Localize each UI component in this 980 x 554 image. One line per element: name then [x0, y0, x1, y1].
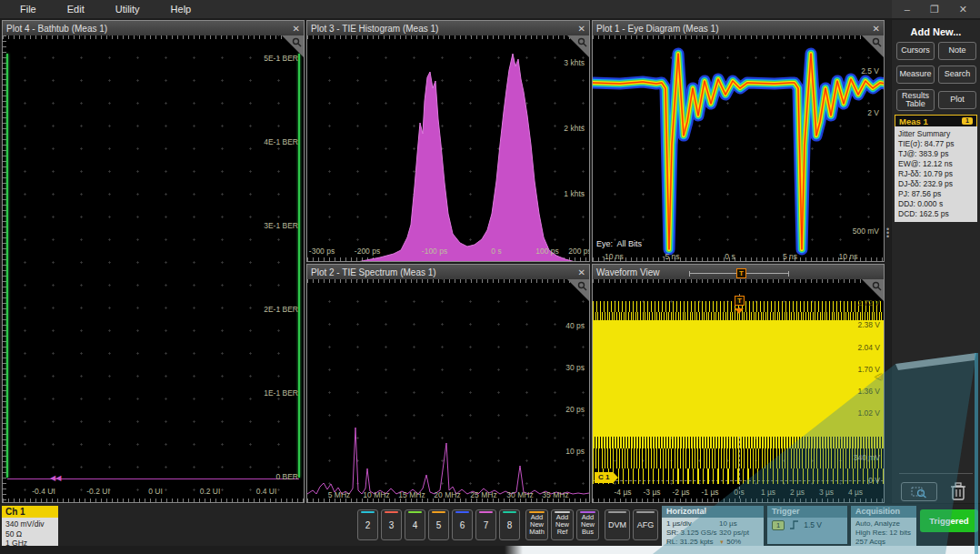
- bathtub-ylabel: 2E-1 BER: [264, 305, 298, 314]
- spectrum-title: Plot 2 - TIE Spectrum (Meas 1): [311, 267, 436, 277]
- ch1-scale: 340 mV/div: [5, 519, 55, 529]
- search-button[interactable]: Search: [938, 65, 976, 84]
- waveform-plot[interactable]: T ◀ 2.72 V 2.38 V 2.04 V 1.70 V 1.36 V 1…: [593, 279, 884, 502]
- trigger-source-badge: 1: [772, 520, 785, 530]
- trash-button[interactable]: [948, 480, 968, 506]
- meas1-count-badge: 1: [962, 117, 973, 125]
- trigger-panel[interactable]: Trigger 1 1.5 V: [767, 506, 847, 544]
- measure-button[interactable]: Measure: [896, 65, 935, 84]
- histogram-title-bar[interactable]: Plot 3 - TIE Histogram (Meas 1) ✕: [307, 21, 589, 35]
- close-icon[interactable]: ✕: [959, 4, 967, 15]
- math-color-stripe: [529, 511, 545, 513]
- bus-color-stripe: [580, 511, 595, 513]
- waveform-xlabel: -2 µs: [672, 488, 689, 497]
- histogram-close-icon[interactable]: ✕: [578, 25, 585, 34]
- ch4-button[interactable]: 4: [405, 509, 425, 540]
- ch2-button[interactable]: 2: [357, 509, 378, 540]
- spectrum-plot[interactable]: 40 ps 30 ps 20 ps 10 ps 5 MHz 10 MHz 15 …: [307, 279, 589, 502]
- bathtub-ylabel: 4E-1 BER: [264, 137, 298, 146]
- ch4-color-stripe: [408, 511, 422, 513]
- add-new-bus-button[interactable]: Add New Bus: [576, 509, 599, 540]
- trigger-flag[interactable]: T: [735, 296, 745, 306]
- ch3-button[interactable]: 3: [381, 509, 402, 540]
- add-new-ref-button[interactable]: Add New Ref: [551, 509, 574, 540]
- eye-close-icon[interactable]: ✕: [873, 25, 880, 34]
- ch8-label: 8: [507, 520, 513, 530]
- ch5-color-stripe: [432, 511, 445, 513]
- waveform-nav-bracket[interactable]: T: [689, 271, 789, 277]
- meas1-badge[interactable]: Meas 1 1 Jitter Summary TIE(σ): 84.77 ps…: [895, 115, 977, 222]
- histogram-ylabel: 3 khts: [564, 58, 585, 67]
- panel-resize-handle[interactable]: •••: [885, 20, 891, 503]
- waveform-body: [593, 320, 884, 437]
- horizontal-position-value: 50%: [726, 538, 741, 546]
- meas1-line: Jitter Summary: [898, 129, 974, 139]
- minimize-icon[interactable]: –: [905, 4, 910, 15]
- spectrum-xlabel: 30 MHz: [506, 490, 533, 499]
- plot-button[interactable]: Plot: [938, 91, 976, 109]
- menu-file[interactable]: File: [20, 4, 36, 15]
- magnifier-icon: [292, 37, 302, 47]
- ch5-button[interactable]: 5: [428, 509, 449, 540]
- ch2-color-stripe: [361, 511, 375, 513]
- menu-edit[interactable]: Edit: [67, 4, 85, 15]
- eye-ylabel: 2 V: [867, 108, 879, 117]
- bathtub-xlabel: -0.2 UI: [86, 487, 110, 496]
- bathtub-right-curve: [298, 54, 300, 478]
- acquisition-resolution: High Res: 12 bits: [855, 529, 912, 538]
- ch7-button[interactable]: 7: [475, 509, 496, 540]
- trash-icon: [948, 480, 968, 502]
- note-button[interactable]: Note: [938, 42, 976, 60]
- bathtub-xlabel: 0 UI: [148, 487, 163, 496]
- afg-button[interactable]: AFG: [633, 509, 658, 540]
- zoom-box-icon: [911, 486, 927, 499]
- spectrum-title-bar[interactable]: Plot 2 - TIE Spectrum (Meas 1) ✕: [307, 265, 589, 279]
- ch8-color-stripe: [503, 511, 516, 513]
- waveform-spikes-bottom2: [593, 448, 884, 468]
- horizontal-panel[interactable]: Horizontal 1 µs/div10 µs SR: 3.125 GS/s3…: [662, 506, 764, 549]
- spectrum-close-icon[interactable]: ✕: [578, 268, 585, 277]
- ch2-label: 2: [365, 520, 371, 530]
- results-table-button[interactable]: Results Table: [896, 89, 935, 111]
- menu-help[interactable]: Help: [171, 4, 192, 15]
- bathtub-close-icon[interactable]: ✕: [293, 25, 300, 34]
- ch6-button[interactable]: 6: [452, 509, 473, 540]
- spectrum-ylabel: 30 ps: [565, 363, 585, 372]
- zoom-mode-button[interactable]: [901, 482, 937, 501]
- trigger-nav-marker[interactable]: T: [736, 268, 746, 278]
- add-new-math-button[interactable]: Add New Math: [525, 509, 548, 540]
- menu-utility[interactable]: Utility: [115, 4, 140, 15]
- add-new-heading: Add New...: [892, 20, 980, 37]
- spectrum-xlabel: 5 MHz: [328, 490, 351, 499]
- bathtub-title-bar[interactable]: Plot 4 - Bathtub (Meas 1) ✕: [3, 21, 304, 35]
- rising-edge-icon: [789, 520, 799, 529]
- eye-ylabel: 2.5 V: [861, 66, 879, 76]
- restore-icon[interactable]: ❐: [930, 4, 939, 15]
- ch8-button[interactable]: 8: [499, 509, 520, 540]
- dvm-stripe: [608, 511, 626, 513]
- waveform-xlabel: -3 µs: [643, 488, 660, 497]
- horizontal-settings: 1 µs/div10 µs SR: 3.125 GS/s320 ps/pt RL…: [662, 518, 764, 549]
- dvm-button[interactable]: DVM: [605, 509, 630, 540]
- histogram-plot[interactable]: 3 khts 2 khts 1 khts -300 ps -200 ps -10…: [307, 35, 589, 261]
- cursors-button[interactable]: Cursors: [896, 42, 935, 60]
- eye-plot[interactable]: 2.5 V 2 V 500 mV Eye: All Bits Offset: 1…: [593, 35, 884, 261]
- acquisition-panel[interactable]: Acquisition Auto, Analyze High Res: 12 b…: [851, 506, 916, 549]
- histogram-xlabel: 100 ps: [535, 247, 559, 256]
- bathtub-ticks-bottom: [3, 499, 304, 502]
- waveform-title-bar[interactable]: Waveform View T: [593, 265, 884, 279]
- magnifier-icon: [872, 37, 882, 47]
- ch1-badge[interactable]: Ch 1 340 mV/div 50 Ω 1 GHz: [2, 506, 58, 550]
- waveform-spikes-bottom1: [593, 437, 884, 448]
- spectrum-xlabel: 20 MHz: [434, 490, 460, 499]
- waveform-ylabel: 340 mV: [854, 453, 880, 462]
- eye-title-bar[interactable]: Plot 1 - Eye Diagram (Meas 1) ✕: [593, 21, 884, 35]
- trigger-level: 1.5 V: [804, 520, 822, 529]
- panel-waveform: Waveform View T T ◀ 2.72 V 2.38 V 2.04: [592, 264, 885, 503]
- oscilloscope-app: File Edit Utility Help – ❐ ✕ Plot 4 - Ba…: [0, 0, 980, 554]
- eye-xlabel: 5 ns: [783, 252, 797, 261]
- magnifier-icon: [577, 281, 587, 291]
- bathtub-plot[interactable]: ◀◀ 5E-1 BER 4E-1 BER 3E-1 BER 2E-1 BER 1…: [3, 35, 304, 502]
- panel-spectrum: Plot 2 - TIE Spectrum (Meas 1) ✕ 40 ps 3…: [306, 264, 590, 503]
- waveform-ylabel: 1.02 V: [857, 408, 880, 418]
